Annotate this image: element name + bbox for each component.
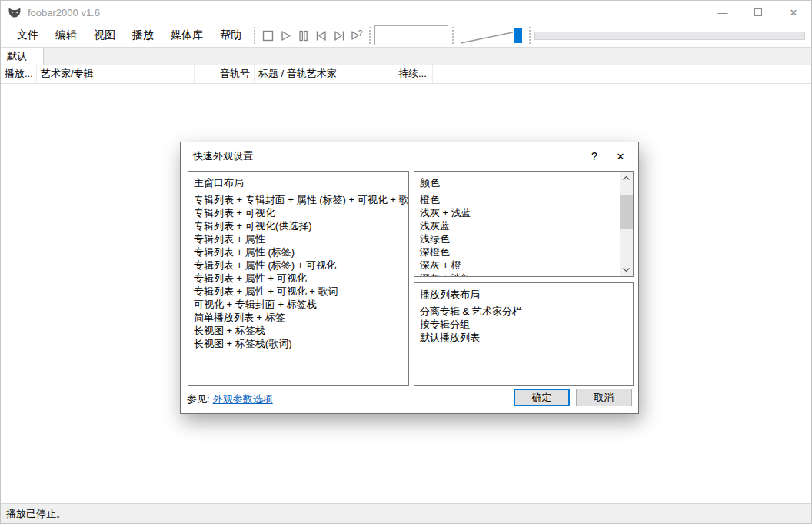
minimize-button[interactable]: — [705,1,740,24]
layout-option[interactable]: 长视图 + 标签栈 [194,324,408,337]
menu-item[interactable]: 视图 [85,24,124,47]
window-title: foobar2000 v1.6 [28,7,100,18]
playlist-layout-listbox: 播放列表布局 分离专辑 & 艺术家分栏按专辑分组默认播放列表 [414,282,634,386]
statusbar: 播放已停止。 [1,503,811,523]
volume-handle[interactable] [514,28,522,43]
close-button[interactable]: ✕ [776,1,811,24]
see-also-label: 参见: [187,392,210,406]
layout-option[interactable]: 专辑列表 + 属性 (标签) [194,245,408,259]
foobar-logo-icon [8,7,22,18]
layout-option[interactable]: 专辑列表 + 属性 + 可视化 + 歌词 [194,285,408,298]
next-button[interactable] [330,25,348,46]
dialog-close-button[interactable]: ✕ [607,145,634,168]
titlebar: foobar2000 v1.6 — ✕ [1,1,811,24]
playlist-layout-options: 分离专辑 & 艺术家分栏按专辑分组默认播放列表 [420,305,633,344]
column-header-duration[interactable]: 持续... [394,65,433,83]
app-window: foobar2000 v1.6 — ✕ 文件编辑视图播放媒体库帮助 [0,0,812,524]
maximize-icon [754,8,762,16]
playlist-tabstrip: 默认 [1,47,811,65]
minimize-icon: — [718,7,728,18]
color-option[interactable]: 深灰 + 橙 [420,259,633,272]
close-icon: ✕ [617,151,625,162]
color-option[interactable]: 浅灰蓝 [420,219,633,232]
main-layout-listbox: 主窗口布局 专辑列表 + 专辑封面 + 属性 (标签) + 可视化 + 歌词专辑… [188,171,409,386]
dialog-titlebar: 快速外观设置 ? ✕ [181,142,638,170]
dialog-footer: 参见: 外观参数选项 确定 取消 [181,385,638,413]
tab-label: 默认 [7,49,27,63]
main-layout-options: 专辑列表 + 专辑封面 + 属性 (标签) + 可视化 + 歌词专辑列表 + 可… [194,193,408,350]
column-header-tracknumber[interactable]: 音轨号 [195,65,255,83]
tab-default[interactable]: 默认 [1,48,44,65]
playlist-column-headers: 播放... 艺术家/专辑 音轨号 标题 / 音轨艺术家 持续... [1,65,811,84]
column-header-artist-album[interactable]: 艺术家/专辑 [37,65,195,83]
play-icon [280,30,291,42]
menu-item[interactable]: 帮助 [211,24,250,47]
random-button[interactable]: ? [348,25,365,46]
dialog-title: 快速外观设置 [181,149,253,163]
previous-icon [315,30,328,42]
pause-icon [298,30,309,42]
column-header-playing[interactable]: 播放... [1,65,37,83]
layout-option[interactable]: 专辑列表 + 可视化(供选择) [194,219,408,232]
layout-option[interactable]: 长视图 + 标签栈(歌词) [194,337,408,350]
random-icon: ? [350,29,364,42]
layout-option[interactable]: 简单播放列表 + 标签 [194,311,408,324]
menubar: 文件编辑视图播放媒体库帮助 [1,24,250,47]
appearance-preferences-link[interactable]: 外观参数选项 [213,392,273,406]
menu-item[interactable]: 播放 [124,24,162,47]
color-option[interactable]: 深灰 + 淡红 [420,272,633,277]
colors-scrollbar[interactable] [620,172,633,276]
color-option[interactable]: 浅绿色 [420,232,633,245]
toolbar-grip[interactable] [368,26,371,45]
search-input[interactable] [374,25,448,45]
color-options: 橙色浅灰 + 浅蓝浅灰蓝浅绿色深橙色深灰 + 橙深灰 + 淡红 [420,193,633,277]
toolbar-grip[interactable] [253,26,256,45]
color-option[interactable]: 深橙色 [420,245,633,259]
main-layout-header: 主窗口布局 [194,176,408,189]
toolbar: 文件编辑视图播放媒体库帮助 ? [1,24,811,47]
scrollbar-thumb[interactable] [620,195,633,229]
svg-text:?: ? [358,29,362,38]
color-option[interactable]: 浅灰 + 浅蓝 [420,206,633,219]
playlist-layout-option[interactable]: 按专辑分组 [420,318,633,331]
layout-option[interactable]: 专辑列表 + 属性 + 可视化 [194,272,408,285]
window-controls: — ✕ [705,1,811,24]
playlist-layout-header: 播放列表布局 [420,288,633,301]
column-header-filler [433,65,811,83]
menu-item[interactable]: 编辑 [47,24,85,47]
layout-option[interactable]: 专辑列表 + 属性 [194,232,408,245]
dialog-help-button[interactable]: ? [581,145,607,168]
previous-button[interactable] [312,25,330,46]
toolbar-grip[interactable] [451,26,454,45]
close-icon: ✕ [790,7,798,18]
color-option[interactable]: 橙色 [420,193,633,206]
layout-option[interactable]: 专辑列表 + 专辑封面 + 属性 (标签) + 可视化 + 歌词 [194,193,408,206]
maximize-button[interactable] [740,1,776,24]
help-icon: ? [591,150,597,162]
stop-button[interactable] [259,25,277,46]
scroll-up-icon[interactable] [620,172,633,185]
playlist-layout-option[interactable]: 分离专辑 & 艺术家分栏 [420,305,633,318]
column-header-title-artist[interactable]: 标题 / 音轨艺术家 [255,65,394,83]
pause-button[interactable] [295,25,312,46]
ok-button[interactable]: 确定 [514,389,570,406]
scroll-down-icon[interactable] [620,263,633,276]
layout-option[interactable]: 专辑列表 + 属性 (标签) + 可视化 [194,259,408,272]
seekbar[interactable] [534,32,805,40]
playback-buttons: ? [259,24,365,47]
status-text: 播放已停止。 [6,507,66,521]
playlist-layout-option[interactable]: 默认播放列表 [420,331,633,344]
colors-header: 颜色 [420,176,633,189]
volume-slider[interactable] [459,25,524,46]
menu-item[interactable]: 文件 [8,24,47,47]
layout-option[interactable]: 可视化 + 专辑封面 + 标签栈 [194,298,408,311]
next-icon [333,30,345,42]
seekbar-container [534,32,811,40]
stop-icon [262,30,274,42]
cancel-button[interactable]: 取消 [576,389,632,406]
toolbar-grip[interactable] [528,26,531,45]
play-button[interactable] [277,25,295,46]
menu-item[interactable]: 媒体库 [162,24,211,47]
layout-option[interactable]: 专辑列表 + 可视化 [194,206,408,219]
dialog-buttons: 确定 取消 [514,389,632,409]
